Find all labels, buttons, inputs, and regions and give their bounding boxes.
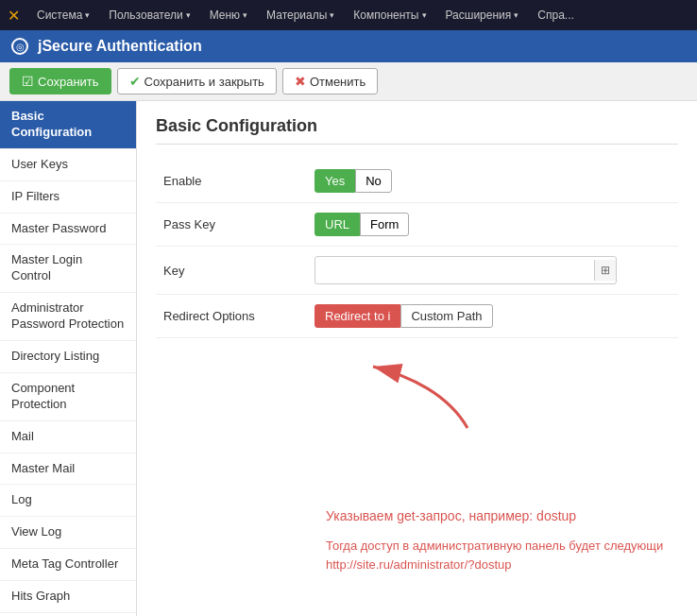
nav-arrow-menu: ▾ xyxy=(243,10,247,20)
nav-arrow-polzovateli: ▾ xyxy=(186,10,191,20)
passkey-label: Pass Key xyxy=(156,203,307,247)
joomla-icon: ✕ xyxy=(8,7,20,25)
key-input-wrapper: ⊞ xyxy=(314,256,617,284)
passkey-row: Pass Key URL Form xyxy=(156,203,678,247)
nav-polzovateli[interactable]: Пользователи ▾ xyxy=(101,0,197,30)
custom-path-button[interactable]: Custom Path xyxy=(400,304,492,328)
app-icon: ◎ xyxy=(11,38,28,55)
sidebar-item-component-protection[interactable]: Component Protection xyxy=(0,373,136,421)
key-label: Key xyxy=(156,247,307,295)
content-area: Basic Configuration User Keys IP Filters… xyxy=(0,101,697,616)
redirect-row: Redirect Options Redirect to i Custom Pa… xyxy=(156,295,678,338)
nav-spra[interactable]: Спра... xyxy=(530,0,582,30)
key-row: Key ⊞ xyxy=(156,247,678,295)
annotation-text2: Тогда доступ в административную панель б… xyxy=(326,537,678,573)
sidebar-item-master-login-control[interactable]: Master Login Control xyxy=(0,245,136,293)
key-input[interactable] xyxy=(315,260,594,282)
app-title: jSecure Authentication xyxy=(38,38,202,55)
app-title-bar: ◎ jSecure Authentication xyxy=(0,30,697,62)
sidebar-item-log[interactable]: Log xyxy=(0,485,136,517)
redirect-to-button[interactable]: Redirect to i xyxy=(314,304,400,328)
nav-sistema[interactable]: Система ▾ xyxy=(29,0,97,30)
enable-row: Enable Yes No xyxy=(156,160,678,203)
cancel-icon: ✖ xyxy=(295,74,306,89)
enable-label: Enable xyxy=(156,160,307,203)
sidebar-item-basic-configuration[interactable]: Basic Configuration xyxy=(0,101,136,149)
save-button[interactable]: ☑ Сохранить xyxy=(9,68,111,94)
nav-arrow-rasshireniya: ▾ xyxy=(514,10,518,20)
section-title: Basic Configuration xyxy=(156,116,678,145)
nav-arrow-sistema: ▾ xyxy=(85,10,90,20)
sidebar-item-view-log[interactable]: View Log xyxy=(0,517,136,549)
passkey-url-button[interactable]: URL xyxy=(314,213,360,236)
passkey-form-button[interactable]: Form xyxy=(360,213,409,236)
sidebar-item-meta-tag-controller[interactable]: Meta Tag Controller xyxy=(0,549,136,581)
sidebar: Basic Configuration User Keys IP Filters… xyxy=(0,101,137,616)
nav-arrow-komponenty: ▾ xyxy=(422,10,427,20)
redirect-label: Redirect Options xyxy=(156,295,307,338)
sidebar-item-hits-graph[interactable]: Hits Graph xyxy=(0,581,136,613)
nav-arrow-materialy: ▾ xyxy=(330,10,334,20)
enable-no-button[interactable]: No xyxy=(355,169,392,193)
save-close-button[interactable]: ✔ Сохранить и закрыть xyxy=(117,68,277,94)
annotation-text1: Указываем get-запрос, например: dostup xyxy=(326,508,678,523)
main-content: Basic Configuration Enable Yes No Pass K… xyxy=(137,101,697,616)
sidebar-item-ip-filters[interactable]: IP Filters xyxy=(0,181,136,214)
top-navigation: ✕ Система ▾ Пользователи ▾ Меню ▾ Матери… xyxy=(0,0,697,30)
sidebar-item-directory-listing[interactable]: Directory Listing xyxy=(0,341,136,373)
sidebar-item-master-mail[interactable]: Master Mail xyxy=(0,453,136,486)
sidebar-item-master-password[interactable]: Master Password xyxy=(0,214,136,246)
cancel-button[interactable]: ✖ Отменить xyxy=(282,68,378,94)
annotation-area: Указываем get-запрос, например: dostup Т… xyxy=(307,357,678,573)
nav-komponenty[interactable]: Компоненты ▾ xyxy=(346,0,434,30)
config-form: Enable Yes No Pass Key URL Form xyxy=(156,160,678,338)
passkey-toggle: URL Form xyxy=(314,213,409,236)
save-close-icon: ✔ xyxy=(129,74,141,89)
nav-materialy[interactable]: Материалы ▾ xyxy=(259,0,342,30)
enable-toggle: Yes No xyxy=(314,169,392,193)
nav-menu[interactable]: Меню ▾ xyxy=(202,0,255,30)
redirect-toggle: Redirect to i Custom Path xyxy=(314,304,493,328)
nav-rasshireniya[interactable]: Расширения ▾ xyxy=(438,0,527,30)
enable-yes-button[interactable]: Yes xyxy=(314,169,355,193)
key-generate-icon[interactable]: ⊞ xyxy=(594,260,616,281)
save-icon: ☑ xyxy=(22,74,34,89)
sidebar-item-admin-password-protection[interactable]: Administrator Password Protection xyxy=(0,293,136,341)
sidebar-item-user-keys[interactable]: User Keys xyxy=(0,149,136,181)
toolbar: ☑ Сохранить ✔ Сохранить и закрыть ✖ Отме… xyxy=(0,62,697,101)
annotation-arrow xyxy=(354,357,505,433)
sidebar-item-mail[interactable]: Mail xyxy=(0,421,136,453)
